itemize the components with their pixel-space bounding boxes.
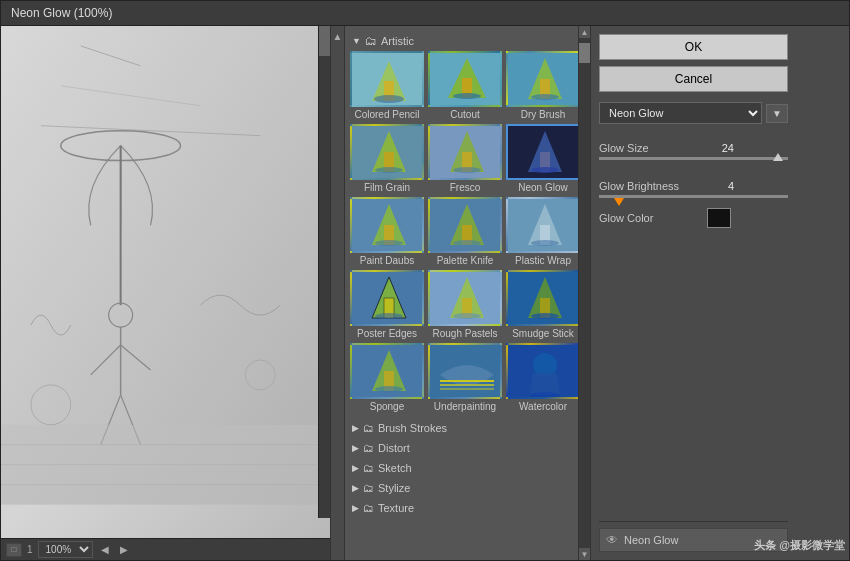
folder-icon-stylize: 🗂 — [363, 482, 374, 494]
filter-label-fresco: Fresco — [450, 182, 481, 193]
ok-button[interactable]: OK — [599, 34, 788, 60]
collapse-icon: ▲ — [333, 31, 343, 42]
filter-thumb-sponge — [350, 343, 424, 399]
category-artistic[interactable]: ▼ 🗂 Artistic — [350, 31, 573, 51]
glow-size-row: Glow Size 24 — [599, 142, 788, 154]
eye-visibility-icon[interactable]: 👁 — [606, 533, 618, 547]
subcategory-sketch[interactable]: ▶ 🗂 Sketch — [350, 458, 573, 478]
scroll-right-arrow[interactable]: ▶ — [117, 544, 131, 555]
effect-layer-name: Neon Glow — [624, 534, 678, 546]
filter-thumb-palette-knife — [428, 197, 502, 253]
filter-label-neon-glow: Neon Glow — [518, 182, 567, 193]
glow-brightness-label: Glow Brightness — [599, 180, 699, 192]
filter-item-fresco[interactable]: Fresco — [428, 124, 502, 193]
subcategory-label-distort: Distort — [378, 442, 410, 454]
folder-icon-artistic: 🗂 — [365, 34, 377, 48]
filter-item-neon-glow[interactable]: Neon Glow — [506, 124, 578, 193]
subcategory-label-texture: Texture — [378, 502, 414, 514]
svg-point-32 — [453, 167, 481, 173]
thumb-art-watercolor — [508, 345, 578, 399]
page-number: 1 — [27, 544, 33, 555]
window-title: Neon Glow (100%) — [11, 6, 112, 20]
filter-item-colored-pencil[interactable]: Colored Pencil — [350, 51, 424, 120]
filter-label-film-grain: Film Grain — [364, 182, 410, 193]
preview-scrollbar-vertical[interactable] — [318, 26, 330, 518]
subcategory-stylize[interactable]: ▶ 🗂 Stylize — [350, 478, 573, 498]
scrollbar-thumb-vertical — [319, 26, 330, 56]
zoom-select[interactable]: 100% 50% 25% 200% — [38, 541, 93, 558]
filter-panel-scrollbar[interactable]: ▲ ▼ — [578, 26, 590, 560]
filter-item-film-grain[interactable]: Film Grain — [350, 124, 424, 193]
glow-brightness-slider-track[interactable] — [599, 195, 788, 198]
filter-item-palette-knife[interactable]: Palette Knife — [428, 197, 502, 266]
filter-item-underpainting[interactable]: Underpainting — [428, 343, 502, 412]
filter-item-watercolor[interactable]: Watercolor — [506, 343, 578, 412]
filter-item-rough-pastels[interactable]: Rough Pastels — [428, 270, 502, 339]
folder-icon-sketch: 🗂 — [363, 462, 374, 474]
glow-brightness-slider-thumb — [614, 198, 624, 206]
filter-name-dropdown[interactable]: Neon Glow — [599, 102, 762, 124]
scrollbar-arrow-down[interactable]: ▼ — [579, 548, 590, 560]
filter-item-plastic-wrap[interactable]: Plastic Wrap — [506, 197, 578, 266]
filter-label-palette-knife: Palette Knife — [437, 255, 494, 266]
tri-distort: ▶ — [352, 443, 359, 453]
folder-icon-brush-strokes: 🗂 — [363, 422, 374, 434]
glow-size-section: Glow Size 24 — [599, 138, 788, 160]
filter-panel-scroll[interactable]: ▼ 🗂 Artistic — [345, 26, 578, 560]
filter-item-smudge-stick[interactable]: Smudge Stick — [506, 270, 578, 339]
filter-thumb-film-grain — [350, 124, 424, 180]
svg-point-50 — [453, 313, 481, 319]
subcategory-distort[interactable]: ▶ 🗂 Distort — [350, 438, 573, 458]
glow-color-row: Glow Color — [599, 208, 788, 228]
filter-thumb-poster-edges — [350, 270, 424, 326]
subcategory-brush-strokes[interactable]: ▶ 🗂 Brush Strokes — [350, 418, 573, 438]
effects-row: 👁 Neon Glow — [599, 528, 788, 552]
thumb-art-cutout — [430, 53, 502, 107]
scrollbar-track — [579, 63, 590, 548]
filter-thumb-fresco — [428, 124, 502, 180]
preview-image — [1, 26, 330, 538]
filter-select-row: Neon Glow ▼ — [599, 102, 788, 124]
svg-point-47 — [375, 313, 403, 319]
glow-brightness-section: Glow Brightness 4 — [599, 176, 788, 198]
effects-panel: 👁 Neon Glow — [599, 521, 788, 552]
scrollbar-arrow-up[interactable]: ▲ — [579, 26, 590, 38]
svg-point-53 — [531, 313, 559, 319]
filter-label-dry-brush: Dry Brush — [521, 109, 565, 120]
thumb-art-dry-brush — [508, 53, 578, 107]
glow-size-value: 24 — [704, 142, 734, 154]
filter-thumb-smudge-stick — [506, 270, 578, 326]
svg-point-20 — [374, 95, 404, 103]
svg-point-63 — [530, 392, 560, 398]
filter-item-dry-brush[interactable]: Dry Brush — [506, 51, 578, 120]
svg-point-23 — [453, 93, 481, 99]
scroll-left-arrow[interactable]: ◀ — [98, 544, 112, 555]
filter-label-rough-pastels: Rough Pastels — [432, 328, 497, 339]
filter-item-cutout[interactable]: Cutout — [428, 51, 502, 120]
expand-triangle-artistic: ▼ — [352, 36, 361, 46]
thumb-art-smudge-stick — [508, 272, 578, 326]
collapse-panel-button[interactable]: ▲ — [331, 26, 345, 560]
filter-label-sponge: Sponge — [370, 401, 404, 412]
glow-color-swatch[interactable] — [707, 208, 731, 228]
svg-point-35 — [531, 167, 559, 173]
tri-sketch: ▶ — [352, 463, 359, 473]
glow-size-slider-track[interactable] — [599, 157, 788, 160]
filter-dropdown-arrow[interactable]: ▼ — [766, 104, 788, 123]
filter-thumb-rough-pastels — [428, 270, 502, 326]
cancel-button[interactable]: Cancel — [599, 66, 788, 92]
filter-item-sponge[interactable]: Sponge — [350, 343, 424, 412]
filter-label-underpainting: Underpainting — [434, 401, 496, 412]
thumb-art-film-grain — [352, 126, 424, 180]
thumb-art-colored-pencil — [352, 53, 424, 107]
filter-item-poster-edges[interactable]: Poster Edges — [350, 270, 424, 339]
thumb-art-underpainting — [430, 345, 502, 399]
thumb-art-neon-glow — [508, 126, 578, 180]
category-artistic-label: Artistic — [381, 35, 414, 47]
filter-thumb-plastic-wrap — [506, 197, 578, 253]
subcategory-texture[interactable]: ▶ 🗂 Texture — [350, 498, 573, 518]
thumb-art-fresco — [430, 126, 502, 180]
filter-item-paint-daubs[interactable]: Paint Daubs — [350, 197, 424, 266]
svg-point-38 — [375, 240, 403, 246]
tri-brush-strokes: ▶ — [352, 423, 359, 433]
